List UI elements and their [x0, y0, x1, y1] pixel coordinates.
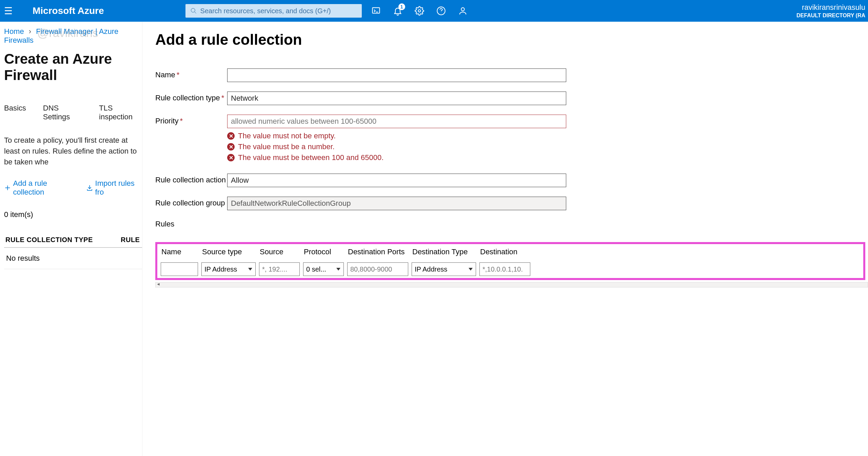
label-group: Rule collection group: [155, 197, 227, 207]
col-rule: RULE: [121, 236, 140, 244]
breadcrumb-home[interactable]: Home: [4, 27, 24, 36]
rule-dports-input[interactable]: [347, 262, 408, 276]
account-info[interactable]: ravikiransrinivasulu DEFAULT DIRECTORY (…: [796, 3, 865, 19]
notification-badge: 1: [398, 3, 405, 10]
error-icon: ✕: [227, 132, 235, 140]
rules-highlight: Name Source type Source Protocol Destina…: [155, 242, 865, 280]
type-select[interactable]: [227, 92, 566, 105]
tab-tls[interactable]: TLS inspection: [99, 104, 142, 121]
rule-name-input[interactable]: [161, 262, 198, 276]
search-input-wrap[interactable]: [185, 4, 362, 18]
top-icons: 1: [370, 5, 469, 17]
topbar: ☰ Microsoft Azure 1 ravikiransrinivasulu…: [0, 0, 868, 22]
add-rule-collection-label: Add a rule collection: [13, 179, 76, 197]
no-results: No results: [4, 248, 142, 269]
group-input: [227, 197, 566, 210]
rule-dest-type-select[interactable]: [412, 262, 476, 276]
settings-icon[interactable]: [413, 5, 426, 17]
label-type: Rule collection type*: [155, 92, 227, 102]
search-input[interactable]: [200, 7, 357, 15]
label-name: Name*: [155, 68, 227, 79]
svg-point-4: [418, 10, 420, 12]
import-rules-label: Import rules fro: [95, 179, 142, 197]
account-directory: DEFAULT DIRECTORY (RA: [796, 12, 865, 19]
col-protocol: Protocol: [304, 247, 344, 256]
tab-basics[interactable]: Basics: [4, 104, 26, 121]
notifications-icon[interactable]: 1: [392, 5, 404, 17]
col-dest-type: Destination Type: [412, 247, 477, 256]
col-destination: Destination: [480, 247, 531, 256]
name-input[interactable]: [227, 68, 566, 82]
menu-icon[interactable]: ☰: [0, 5, 16, 17]
search-icon: [190, 7, 197, 14]
cloud-shell-icon[interactable]: [370, 5, 382, 17]
import-icon: [86, 184, 93, 192]
action-select[interactable]: [227, 174, 566, 187]
rule-source-input[interactable]: [259, 262, 300, 276]
tab-dns[interactable]: DNS Settings: [43, 104, 82, 121]
error-icon: ✕: [227, 143, 235, 151]
right-pane: Add a rule collection Name* Rule collect…: [142, 22, 868, 456]
panel-title: Add a rule collection: [155, 31, 868, 48]
import-rules-link[interactable]: Import rules fro: [86, 179, 142, 197]
items-count: 0 item(s): [4, 210, 142, 219]
svg-point-0: [191, 8, 195, 13]
rules-heading: Rules: [155, 220, 868, 229]
horizontal-scrollbar[interactable]: [155, 282, 868, 288]
add-rule-collection-link[interactable]: Add a rule collection: [4, 179, 76, 197]
breadcrumb: Home › Firewall Manager | Azure Firewall…: [4, 27, 142, 45]
col-dest-ports: Destination Ports: [348, 247, 409, 256]
col-rule-collection-type: RULE COLLECTION TYPE: [5, 236, 121, 244]
priority-errors: ✕The value must not be empty. ✕The value…: [227, 132, 868, 162]
account-user: ravikiransrinivasulu: [796, 3, 865, 12]
plus-icon: [4, 184, 11, 192]
rules-header: Name Source type Source Protocol Destina…: [161, 246, 860, 262]
main: Home › Firewall Manager | Azure Firewall…: [0, 22, 868, 456]
table-header: RULE COLLECTION TYPE RULE: [4, 233, 142, 248]
rule-dest-input[interactable]: [479, 262, 530, 276]
error-icon: ✕: [227, 154, 235, 161]
tabs: Basics DNS Settings TLS inspection: [4, 104, 142, 121]
priority-input[interactable]: [227, 115, 566, 128]
help-icon[interactable]: [435, 5, 447, 17]
rule-protocol-select[interactable]: [303, 262, 344, 276]
left-pane: Home › Firewall Manager | Azure Firewall…: [0, 22, 142, 456]
col-source: Source: [260, 247, 300, 256]
label-action: Rule collection action: [155, 174, 227, 184]
left-actions: Add a rule collection Import rules fro: [4, 179, 142, 197]
label-priority: Priority*: [155, 115, 227, 125]
left-description: To create a policy, you'll first create …: [4, 135, 142, 167]
col-source-type: Source type: [202, 247, 256, 256]
brand[interactable]: Microsoft Azure: [33, 5, 104, 16]
feedback-icon[interactable]: [457, 5, 469, 17]
rules-row: [161, 262, 860, 276]
breadcrumb-sep: ›: [29, 27, 31, 36]
svg-point-7: [461, 8, 464, 11]
rule-source-type-select[interactable]: [201, 262, 256, 276]
svg-line-1: [194, 12, 196, 14]
error-line: ✕The value must be between 100 and 65000…: [227, 153, 868, 162]
col-name: Name: [161, 247, 199, 256]
error-line: ✕The value must be a number.: [227, 142, 868, 151]
left-title: Create an Azure Firewall: [4, 51, 142, 83]
error-line: ✕The value must not be empty.: [227, 132, 868, 140]
